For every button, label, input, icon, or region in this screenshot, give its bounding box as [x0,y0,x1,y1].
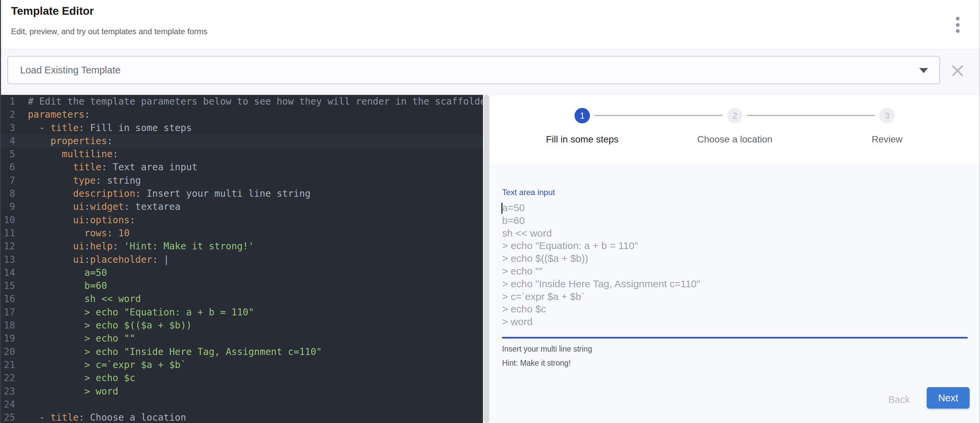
placeholder-line: > echo $(($a + $b)) [502,252,966,265]
page-title: Template Editor [11,5,94,17]
editor-line: 16 sh << word [1,292,483,305]
line-number: 8 [1,187,19,200]
code-text: rows: 10 [19,227,129,240]
line-number: 20 [1,345,19,358]
input-underline [502,337,967,339]
code-text: b=60 [19,279,107,292]
line-number: 2 [1,108,19,121]
kebab-vertical-icon [956,23,959,27]
placeholder-line: > echo "" [502,265,966,277]
editor-line: 15 b=60 [1,279,483,292]
step-label-2: Choose a location [651,134,819,145]
load-template-select[interactable]: Load Existing Template [7,56,940,84]
editor-line: 25 - title: Choose a location [1,411,483,423]
editor-line: 21 > c=`expr $a + $b` [1,358,483,371]
code-text: sh << word [19,292,141,305]
editor-line: 12 ui:help: 'Hint: Make it strong!' [1,240,483,253]
step-indicator-1: 1 [574,108,590,124]
editor-line: 2parameters: [1,108,483,121]
code-text: parameters: [19,108,90,121]
template-editor-page: Template Editor Edit, preview, and try o… [0,0,980,423]
editor-line: 20 > echo "Inside Here Tag, Assignment c… [1,345,483,358]
code-text: > echo $c [19,371,135,385]
code-text: ui:placeholder: | [19,253,169,266]
code-text: properties: [19,135,113,147]
kebab-vertical-icon [956,29,959,33]
code-editor[interactable]: 1# Edit the template parameters below to… [1,95,483,423]
line-number: 16 [1,292,19,305]
code-text: multiline: [19,147,118,160]
back-button[interactable]: Back [879,390,919,409]
placeholder-line: > echo "Inside Here Tag, Assignment c=11… [502,277,966,290]
line-number: 24 [1,398,19,411]
select-placeholder: Load Existing Template [20,57,120,84]
next-button[interactable]: Next [927,387,970,409]
code-text: > echo "Equation: a + b = 110" [19,306,254,319]
placeholder-line: a=50 [502,201,966,214]
line-number: 14 [1,266,19,279]
line-number: 25 [1,411,19,423]
editor-line: 19 > echo "" [1,332,483,345]
code-text: ui:help: 'Hint: Make it strong!' [19,240,254,253]
step-indicator-3: 3 [880,108,895,124]
placeholder-line: sh << word [502,227,966,240]
editor-line: 1# Edit the template parameters below to… [1,95,483,108]
code-text: > echo $(($a + $b)) [19,319,192,332]
header: Template Editor Edit, preview, and try o… [1,0,979,49]
kebab-vertical-icon [956,17,959,21]
overflow-menu-button[interactable] [955,17,960,33]
editor-line: 14 a=50 [1,266,483,279]
line-number: 18 [1,319,19,332]
clear-template-button[interactable] [950,63,966,79]
line-number: 6 [1,160,19,174]
editor-line: 10 ui:options: [1,214,483,227]
code-text: > echo "" [19,332,135,345]
editor-line: 7 type: string [1,174,483,187]
form-preview-panel: 1Fill in some steps2Choose a location3Re… [490,95,979,423]
editor-line: 23 > word [1,385,483,398]
field-label: Text area input [502,188,555,197]
editor-line: 9 ui:widget: textarea [1,200,483,213]
editor-line: 8 description: Insert your multi line st… [1,187,483,200]
code-text: - title: Fill in some steps [19,121,192,135]
line-number: 7 [1,174,19,187]
line-number: 15 [1,279,19,292]
line-number: 19 [1,332,19,345]
line-number: 9 [1,200,19,213]
placeholder-line: > word [502,315,966,328]
editor-line: 17 > echo "Equation: a + b = 110" [1,306,483,319]
editor-line: 5 multiline: [1,147,483,160]
step-label-3: Review [803,134,971,145]
field-description: Insert your multi line string [502,345,592,353]
caret-down-icon [919,68,928,73]
editor-line: 6 title: Text area input [1,160,483,174]
code-text: > word [19,385,118,398]
line-number: 11 [1,227,19,240]
code-text: > c=`expr $a + $b` [19,358,186,371]
line-number: 17 [1,306,19,319]
editor-line: 3 - title: Fill in some steps [1,121,483,135]
line-number: 13 [1,253,19,266]
close-icon [950,63,965,78]
line-number: 10 [1,214,19,227]
line-number: 4 [1,135,19,147]
step-connector [595,115,722,116]
line-number: 5 [1,147,19,160]
step-label-1: Fill in some steps [498,134,666,145]
main-split: 1# Edit the template parameters below to… [1,95,979,423]
code-text: a=50 [19,266,107,279]
pane-resize-handle[interactable] [483,95,490,423]
multiline-textarea[interactable]: a=50b=60sh << word> echo "Equation: a + … [502,201,966,330]
code-text: # Edit the template parameters below to … [19,95,483,108]
code-text: description: Insert your multi line stri… [19,187,310,200]
line-number: 12 [1,240,19,253]
line-number: 21 [1,358,19,371]
placeholder-line: > echo $c [502,303,966,315]
editor-line: 13 ui:placeholder: | [1,253,483,266]
editor-line: 24 [1,398,483,411]
code-text: - title: Choose a location [19,411,186,423]
editor-line: 18 > echo $(($a + $b)) [1,319,483,332]
line-number: 23 [1,385,19,398]
placeholder-line: b=60 [502,214,966,227]
step-indicator-2: 2 [727,108,743,124]
